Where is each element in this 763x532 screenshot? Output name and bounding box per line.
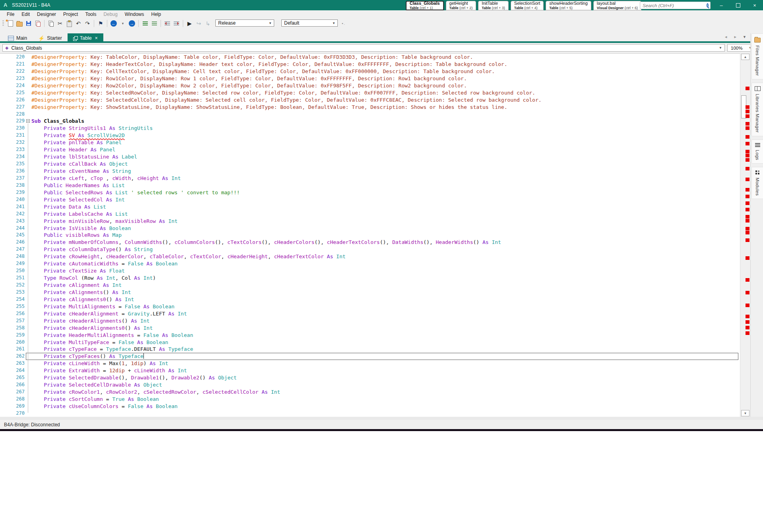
code-line[interactable]: 230 Private StringUtils1 As StringUtils xyxy=(0,125,740,132)
error-mark[interactable] xyxy=(746,154,749,157)
code-line[interactable]: 269 Private cUseColumnColors = False As … xyxy=(0,403,740,410)
code-line[interactable]: 233 Private Header As Panel xyxy=(0,146,740,153)
sidebar-tab-libraries-manager[interactable]: Libraries Manager xyxy=(751,83,763,136)
comment-icon[interactable] xyxy=(141,19,149,27)
search-input[interactable] xyxy=(642,3,705,8)
quick-tab-getheight[interactable]: getHeightTable (ctrl + 2) xyxy=(446,1,476,10)
code-line[interactable]: 240 Private SelectedCol As Int xyxy=(0,196,740,203)
cut-icon[interactable]: ✂ xyxy=(56,19,64,27)
code-line[interactable]: 256 Private cHeaderAlignment = Gravity.L… xyxy=(0,310,740,317)
redo-icon[interactable]: ↷ xyxy=(83,19,91,27)
code-line[interactable]: 246 Private mNumberOfColumns, ColumnWidt… xyxy=(0,239,740,246)
code-line[interactable]: 270 xyxy=(0,410,740,417)
run-icon[interactable]: ▶ xyxy=(186,19,194,27)
error-mark[interactable] xyxy=(746,150,749,153)
code-line[interactable]: 247 Private cColumnDataType() As String xyxy=(0,246,740,253)
code-line[interactable]: 250 Private cTextSize As Float xyxy=(0,267,740,275)
error-mark[interactable] xyxy=(746,208,749,211)
error-mark[interactable] xyxy=(746,167,749,170)
vertical-scrollbar[interactable]: ▲ ▼ xyxy=(740,53,750,417)
code-line[interactable]: 255 Private MultiAlignments = False As B… xyxy=(0,303,740,310)
sidebar-tab-logs[interactable]: Logs xyxy=(751,139,763,164)
uncomment-icon[interactable] xyxy=(150,19,158,27)
new-file-icon[interactable] xyxy=(6,19,14,27)
undo-icon[interactable]: ↶ xyxy=(74,19,82,27)
copy-icon[interactable] xyxy=(47,19,55,27)
code-line[interactable]: 226#DesignerProperty: Key: SelectedCellC… xyxy=(0,97,740,104)
error-mark[interactable] xyxy=(746,331,749,335)
error-mark[interactable] xyxy=(746,135,749,139)
build-configuration-select[interactable]: Release ▼ xyxy=(215,19,274,27)
sidebar-tab-files-manager[interactable]: Files Manager xyxy=(751,33,763,79)
bookmark-icon[interactable]: ⚑ xyxy=(97,19,105,27)
run-configuration-select[interactable]: Default ▼ xyxy=(281,19,338,27)
error-mark[interactable] xyxy=(746,291,749,294)
quick-tab-showheadersorting[interactable]: showHeaderSortingTable (ctrl + 5) xyxy=(546,1,591,10)
code-line[interactable]: 231 Private SV As ScrollView2D xyxy=(0,132,740,139)
code-line[interactable]: 238 Public HeaderNames As List xyxy=(0,182,740,189)
code-line[interactable]: 261 Private cTypeFace = Typeface.DEFAULT… xyxy=(0,346,740,353)
back-history-dropdown-icon[interactable]: ▾ xyxy=(119,19,127,27)
error-mark[interactable] xyxy=(746,320,749,324)
scroll-down-arrow-icon[interactable]: ▼ xyxy=(741,410,749,416)
error-mark[interactable] xyxy=(746,256,749,260)
error-mark[interactable] xyxy=(746,315,749,318)
code-line[interactable]: 259 Private HeaderMultiAlignments = Fals… xyxy=(0,332,740,339)
error-mark[interactable] xyxy=(746,158,749,162)
save-icon[interactable] xyxy=(25,19,33,27)
close-tab-icon[interactable]: × xyxy=(95,35,98,41)
error-mark[interactable] xyxy=(746,188,749,192)
quick-tab-class-globals[interactable]: Class_GlobalsTable (ctrl + 1) xyxy=(406,1,444,10)
scroll-up-arrow-icon[interactable]: ▲ xyxy=(741,54,749,60)
error-mark[interactable] xyxy=(746,201,749,205)
error-mark[interactable] xyxy=(746,142,749,145)
quick-tab-inittable[interactable]: InitTableTable (ctrl + 3) xyxy=(478,1,509,10)
code-line[interactable]: 223#DesignerProperty: Key: Row1Color, Di… xyxy=(0,75,740,82)
code-line[interactable]: 258 Private cHeaderAlignments0() As Int xyxy=(0,325,740,332)
error-mark[interactable] xyxy=(746,227,749,230)
error-mark[interactable] xyxy=(746,219,749,222)
code-line[interactable]: 224#DesignerProperty: Key: Row2Color, Di… xyxy=(0,82,740,89)
code-line[interactable]: 237 Private cLeft, cTop , cWidth, cHeigh… xyxy=(0,175,740,182)
sub-navigator-select[interactable]: ◈ Class_Globals ▼ xyxy=(2,44,725,52)
error-mark[interactable] xyxy=(746,87,749,90)
code-line[interactable]: 266 Private SelectedCellDrawable As Obje… xyxy=(0,381,740,389)
error-mark[interactable] xyxy=(746,195,749,198)
error-mark[interactable] xyxy=(746,122,749,126)
code-line[interactable]: 264 Private ExtraWidth = 12dip + cLineWi… xyxy=(0,367,740,374)
maximize-button[interactable] xyxy=(730,0,746,10)
code-line[interactable]: 220#DesignerProperty: Key: TableColor, D… xyxy=(0,54,740,61)
menu-item-file[interactable]: File xyxy=(3,12,18,17)
outdent-icon[interactable] xyxy=(163,19,171,27)
save-all-icon[interactable] xyxy=(34,19,42,27)
close-button[interactable]: × xyxy=(746,0,763,10)
code-line[interactable]: 251 Type RowCol (Row As Int, Col As Int) xyxy=(0,275,740,282)
error-mark[interactable] xyxy=(746,215,749,219)
indent-icon[interactable] xyxy=(172,19,180,27)
code-line[interactable]: 242 Private LabelsCache As List xyxy=(0,211,740,218)
code-line[interactable]: 244 Private IsVisible As Boolean xyxy=(0,225,740,232)
code-line[interactable]: 228 xyxy=(0,111,740,118)
code-line[interactable]: 229Sub Class_Globals xyxy=(0,118,740,125)
resume-icon[interactable]: ↪ xyxy=(195,19,203,27)
code-line[interactable]: 260 Private MultiTypeFace = False As Boo… xyxy=(0,339,740,346)
menu-item-debug[interactable]: Debug xyxy=(100,12,121,17)
code-line[interactable]: 265 Private SelectedDrawable(), Drawable… xyxy=(0,374,740,381)
paste-icon[interactable] xyxy=(65,19,73,27)
error-mark[interactable] xyxy=(746,110,749,113)
error-mark[interactable] xyxy=(746,126,749,130)
code-line[interactable]: 235 Private cCallBack As Object xyxy=(0,161,740,168)
code-line[interactable]: 248 Private cRowHeight, cHeaderColor, cT… xyxy=(0,253,740,260)
code-line[interactable]: 245 Public visibleRows As Map xyxy=(0,232,740,239)
toolbar-overflow-icon[interactable]: ▪. xyxy=(342,21,346,25)
code-line[interactable]: 254 Private cAlignments0() As Int xyxy=(0,296,740,303)
quick-tab-layout-bal[interactable]: layout.balVisual Designer (ctrl + 6) xyxy=(593,1,641,10)
code-line[interactable]: 263 Private cLineWidth = Max(1, 1dip) As… xyxy=(0,360,740,367)
fold-collapse-icon[interactable] xyxy=(26,119,30,123)
code-editor[interactable]: 220#DesignerProperty: Key: TableColor, D… xyxy=(0,53,740,417)
code-line[interactable]: 227#DesignerProperty: Key: ShowStatusLin… xyxy=(0,104,740,111)
step-into-icon[interactable]: ↳ xyxy=(204,19,212,27)
code-line[interactable]: 234 Private lblStatusLine As Label xyxy=(0,153,740,161)
code-line[interactable]: 236 Private cEventName As String xyxy=(0,168,740,175)
navigate-forward-icon[interactable] xyxy=(128,19,136,27)
